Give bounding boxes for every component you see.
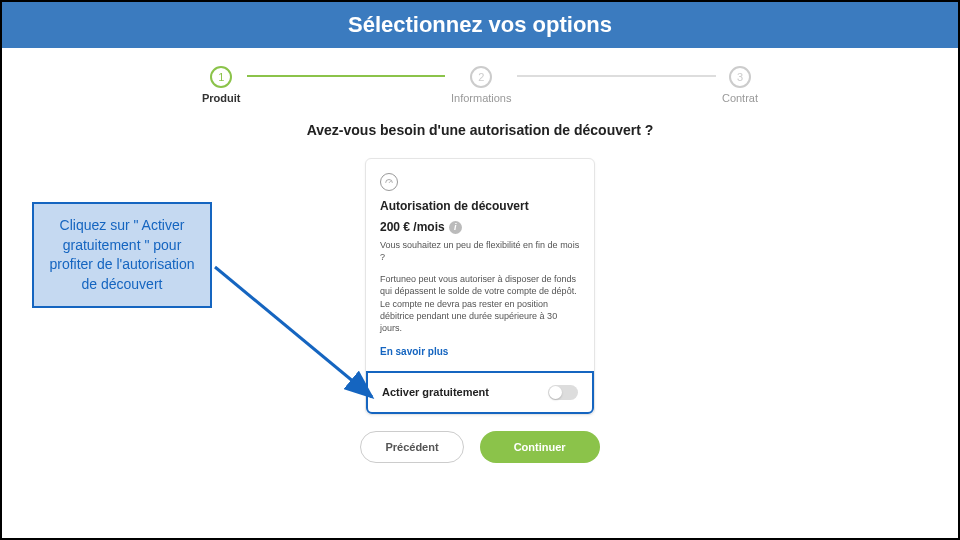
previous-button[interactable]: Précédent	[360, 431, 463, 463]
card-description: Fortuneo peut vous autoriser à disposer …	[380, 273, 580, 334]
info-icon[interactable]: i	[449, 221, 462, 234]
stepper: 1 Produit 2 Informations 3 Contrat	[2, 66, 958, 104]
svg-line-0	[389, 181, 391, 183]
step-label-2: Informations	[451, 92, 512, 104]
step-label-1: Produit	[202, 92, 241, 104]
toggle-label: Activer gratuitement	[382, 386, 489, 398]
page-title-bar: Sélectionnez vos options	[2, 2, 958, 48]
svg-line-2	[215, 267, 372, 397]
page-title: Sélectionnez vos options	[348, 12, 612, 37]
callout-text: Cliquez sur " Activer gratuitement " pou…	[49, 217, 194, 292]
step-circle-2: 2	[470, 66, 492, 88]
connector-1	[247, 75, 445, 77]
step-produit: 1 Produit	[202, 66, 241, 104]
step-informations: 2 Informations	[451, 66, 512, 104]
question-heading: Avez-vous besoin d'une autorisation de d…	[2, 122, 958, 138]
instruction-callout: Cliquez sur " Activer gratuitement " pou…	[32, 202, 212, 308]
card-title: Autorisation de découvert	[380, 199, 580, 213]
step-circle-3: 3	[729, 66, 751, 88]
activate-toggle-row[interactable]: Activer gratuitement	[366, 371, 594, 414]
step-circle-1: 1	[210, 66, 232, 88]
overdraft-card: Autorisation de découvert 200 € /mois i …	[365, 158, 595, 415]
continue-button[interactable]: Continuer	[480, 431, 600, 463]
step-label-3: Contrat	[722, 92, 758, 104]
toggle-knob	[549, 386, 562, 399]
connector-2	[517, 75, 715, 77]
nav-buttons: Précédent Continuer	[2, 431, 958, 463]
learn-more-link[interactable]: En savoir plus	[380, 346, 580, 357]
card-price: 200 € /mois i	[380, 220, 462, 234]
price-value: 200 € /mois	[380, 220, 445, 234]
speed-icon	[380, 173, 398, 191]
card-subtext: Vous souhaitez un peu de flexibilité en …	[380, 239, 580, 263]
activate-toggle[interactable]	[548, 385, 578, 400]
step-contrat: 3 Contrat	[722, 66, 758, 104]
